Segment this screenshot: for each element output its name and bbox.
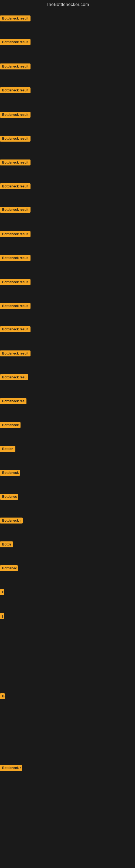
bottleneck-item[interactable]: Bottleneck res [0, 398, 27, 405]
bottleneck-badge: B [0, 589, 4, 595]
bottleneck-item[interactable]: Bottleneck result [0, 303, 31, 310]
bottleneck-item[interactable]: Bottleneck result [0, 135, 31, 143]
bottleneck-badge: Bottlenec [0, 565, 18, 571]
bottleneck-item[interactable]: | [0, 613, 4, 620]
bottleneck-item[interactable]: Bottleneck result [0, 159, 31, 166]
bottleneck-badge: | [0, 613, 4, 619]
bottleneck-badge: Bottleneck r [0, 518, 23, 524]
bottleneck-badge: Bottle [0, 541, 13, 547]
bottleneck-item[interactable]: Bottle [0, 541, 13, 549]
bottleneck-badge: Bottlen [0, 446, 15, 452]
bottleneck-badge: Bottleneck result [0, 183, 31, 189]
bottleneck-badge: Bottleneck result [0, 326, 31, 332]
bottleneck-badge: Bottleneck result [0, 159, 31, 165]
bottleneck-badge: Bo [0, 693, 5, 699]
bottleneck-badge: Bottleneck result [0, 255, 31, 261]
bottleneck-badge: Bottleneck result [0, 303, 31, 309]
bottleneck-badge: Bottlenec [0, 494, 18, 500]
bottleneck-item[interactable]: Bottleneck result [0, 63, 31, 70]
bottleneck-item[interactable]: Bottleneck result [0, 39, 31, 46]
bottleneck-badge: Bottleneck result [0, 279, 31, 285]
bottleneck-badge: Bottleneck [0, 422, 20, 428]
bottleneck-item[interactable]: Bottleneck result [0, 16, 31, 23]
bottleneck-item[interactable]: Bottleneck result [0, 207, 31, 214]
bottleneck-badge: Bottleneck result [0, 135, 31, 142]
bottleneck-item[interactable]: Bottleneck result [0, 279, 31, 286]
bottleneck-badge: Bottleneck result [0, 207, 31, 213]
bottleneck-item[interactable]: Bottleneck result [0, 350, 31, 358]
bottleneck-item[interactable]: Bottleneck result [0, 87, 31, 94]
bottleneck-item[interactable]: Bottlen [0, 446, 15, 453]
bottleneck-badge: Bottleneck resu [0, 374, 28, 380]
bottleneck-item[interactable]: Bottleneck result [0, 112, 31, 119]
bottleneck-badge: Bottleneck result [0, 112, 31, 118]
bottleneck-item[interactable]: Bottleneck result [0, 231, 31, 238]
bottleneck-item[interactable]: B [0, 589, 4, 596]
bottleneck-item[interactable]: Bottleneck r [0, 518, 23, 525]
bottleneck-badge: Bottleneck result [0, 350, 31, 356]
bottleneck-item[interactable]: Bottleneck [0, 422, 20, 429]
bottleneck-item[interactable]: Bottlenec [0, 565, 18, 572]
bottleneck-badge: Bottleneck result [0, 16, 31, 22]
site-title: TheBottlenecker.com [0, 0, 135, 9]
bottleneck-item[interactable]: Bottleneck result [0, 183, 31, 190]
bottleneck-badge: Bottleneck result [0, 63, 31, 69]
bottleneck-badge: Bottleneck [0, 470, 20, 476]
bottleneck-item[interactable]: Bottleneck r [0, 765, 22, 772]
bottleneck-item[interactable]: Bottleneck resu [0, 374, 28, 381]
bottleneck-badge: Bottleneck res [0, 398, 27, 404]
bottleneck-item[interactable]: Bo [0, 693, 5, 701]
bottleneck-item[interactable]: Bottleneck result [0, 255, 31, 262]
bottleneck-badge: Bottleneck result [0, 39, 31, 45]
bottleneck-badge: Bottleneck result [0, 87, 31, 93]
bottleneck-badge: Bottleneck result [0, 231, 31, 237]
bottleneck-item[interactable]: Bottleneck [0, 470, 20, 477]
bottleneck-badge: Bottleneck r [0, 765, 22, 771]
bottleneck-item[interactable]: Bottlenec [0, 494, 18, 501]
bottleneck-item[interactable]: Bottleneck result [0, 326, 31, 333]
